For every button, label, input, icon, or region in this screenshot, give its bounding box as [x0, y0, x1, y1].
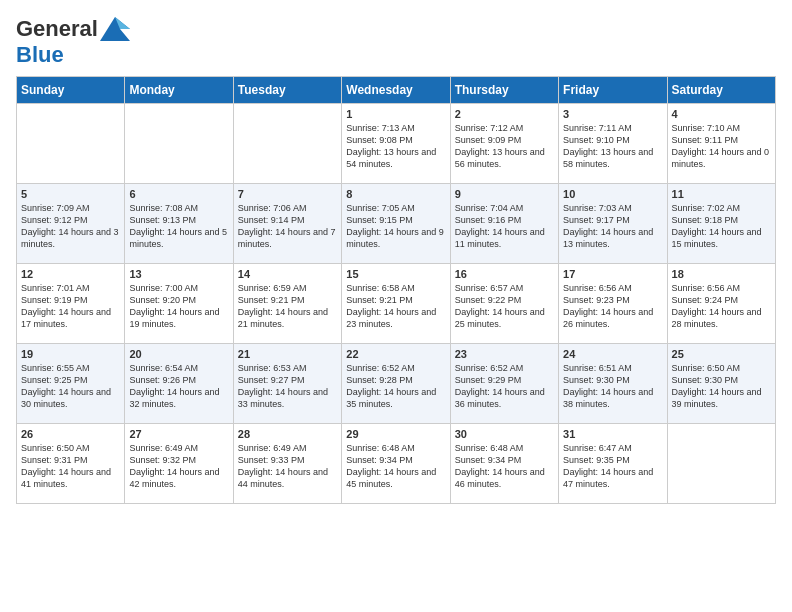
week-row-5: 26Sunrise: 6:50 AMSunset: 9:31 PMDayligh…	[17, 424, 776, 504]
day-cell: 1Sunrise: 7:13 AMSunset: 9:08 PMDaylight…	[342, 104, 450, 184]
day-number: 18	[672, 268, 771, 280]
day-info: Sunrise: 7:04 AMSunset: 9:16 PMDaylight:…	[455, 202, 554, 251]
day-number: 6	[129, 188, 228, 200]
col-header-thursday: Thursday	[450, 77, 558, 104]
logo-text-general: General	[16, 16, 98, 42]
day-cell: 23Sunrise: 6:52 AMSunset: 9:29 PMDayligh…	[450, 344, 558, 424]
day-info: Sunrise: 6:50 AMSunset: 9:31 PMDaylight:…	[21, 442, 120, 491]
day-info: Sunrise: 7:00 AMSunset: 9:20 PMDaylight:…	[129, 282, 228, 331]
day-number: 20	[129, 348, 228, 360]
day-info: Sunrise: 6:54 AMSunset: 9:26 PMDaylight:…	[129, 362, 228, 411]
day-cell: 21Sunrise: 6:53 AMSunset: 9:27 PMDayligh…	[233, 344, 341, 424]
day-cell: 18Sunrise: 6:56 AMSunset: 9:24 PMDayligh…	[667, 264, 775, 344]
day-number: 21	[238, 348, 337, 360]
day-cell: 22Sunrise: 6:52 AMSunset: 9:28 PMDayligh…	[342, 344, 450, 424]
day-info: Sunrise: 7:12 AMSunset: 9:09 PMDaylight:…	[455, 122, 554, 171]
day-cell: 17Sunrise: 6:56 AMSunset: 9:23 PMDayligh…	[559, 264, 667, 344]
day-info: Sunrise: 6:55 AMSunset: 9:25 PMDaylight:…	[21, 362, 120, 411]
day-cell: 8Sunrise: 7:05 AMSunset: 9:15 PMDaylight…	[342, 184, 450, 264]
day-cell: 19Sunrise: 6:55 AMSunset: 9:25 PMDayligh…	[17, 344, 125, 424]
day-cell: 16Sunrise: 6:57 AMSunset: 9:22 PMDayligh…	[450, 264, 558, 344]
day-info: Sunrise: 7:01 AMSunset: 9:19 PMDaylight:…	[21, 282, 120, 331]
day-number: 9	[455, 188, 554, 200]
week-row-1: 1Sunrise: 7:13 AMSunset: 9:08 PMDaylight…	[17, 104, 776, 184]
day-cell	[17, 104, 125, 184]
day-number: 2	[455, 108, 554, 120]
day-cell: 31Sunrise: 6:47 AMSunset: 9:35 PMDayligh…	[559, 424, 667, 504]
day-cell: 7Sunrise: 7:06 AMSunset: 9:14 PMDaylight…	[233, 184, 341, 264]
col-header-monday: Monday	[125, 77, 233, 104]
day-info: Sunrise: 6:48 AMSunset: 9:34 PMDaylight:…	[346, 442, 445, 491]
day-info: Sunrise: 6:50 AMSunset: 9:30 PMDaylight:…	[672, 362, 771, 411]
day-cell	[233, 104, 341, 184]
day-cell: 10Sunrise: 7:03 AMSunset: 9:17 PMDayligh…	[559, 184, 667, 264]
day-info: Sunrise: 6:57 AMSunset: 9:22 PMDaylight:…	[455, 282, 554, 331]
day-cell: 12Sunrise: 7:01 AMSunset: 9:19 PMDayligh…	[17, 264, 125, 344]
day-cell: 14Sunrise: 6:59 AMSunset: 9:21 PMDayligh…	[233, 264, 341, 344]
day-cell: 9Sunrise: 7:04 AMSunset: 9:16 PMDaylight…	[450, 184, 558, 264]
day-number: 5	[21, 188, 120, 200]
day-number: 10	[563, 188, 662, 200]
day-info: Sunrise: 7:10 AMSunset: 9:11 PMDaylight:…	[672, 122, 771, 171]
day-info: Sunrise: 6:48 AMSunset: 9:34 PMDaylight:…	[455, 442, 554, 491]
day-info: Sunrise: 7:03 AMSunset: 9:17 PMDaylight:…	[563, 202, 662, 251]
day-number: 22	[346, 348, 445, 360]
day-number: 7	[238, 188, 337, 200]
day-info: Sunrise: 6:51 AMSunset: 9:30 PMDaylight:…	[563, 362, 662, 411]
day-info: Sunrise: 6:47 AMSunset: 9:35 PMDaylight:…	[563, 442, 662, 491]
header: General Blue	[16, 16, 776, 68]
day-cell	[667, 424, 775, 504]
day-cell: 27Sunrise: 6:49 AMSunset: 9:32 PMDayligh…	[125, 424, 233, 504]
day-cell: 4Sunrise: 7:10 AMSunset: 9:11 PMDaylight…	[667, 104, 775, 184]
logo-text-blue: Blue	[16, 42, 64, 68]
day-number: 8	[346, 188, 445, 200]
calendar-table: SundayMondayTuesdayWednesdayThursdayFrid…	[16, 76, 776, 504]
week-row-4: 19Sunrise: 6:55 AMSunset: 9:25 PMDayligh…	[17, 344, 776, 424]
day-cell: 11Sunrise: 7:02 AMSunset: 9:18 PMDayligh…	[667, 184, 775, 264]
day-number: 16	[455, 268, 554, 280]
day-info: Sunrise: 7:05 AMSunset: 9:15 PMDaylight:…	[346, 202, 445, 251]
day-number: 19	[21, 348, 120, 360]
day-number: 15	[346, 268, 445, 280]
day-cell: 2Sunrise: 7:12 AMSunset: 9:09 PMDaylight…	[450, 104, 558, 184]
logo: General Blue	[16, 16, 130, 68]
day-number: 23	[455, 348, 554, 360]
day-cell: 29Sunrise: 6:48 AMSunset: 9:34 PMDayligh…	[342, 424, 450, 504]
day-cell: 20Sunrise: 6:54 AMSunset: 9:26 PMDayligh…	[125, 344, 233, 424]
day-cell: 26Sunrise: 6:50 AMSunset: 9:31 PMDayligh…	[17, 424, 125, 504]
day-info: Sunrise: 6:56 AMSunset: 9:24 PMDaylight:…	[672, 282, 771, 331]
day-number: 29	[346, 428, 445, 440]
day-number: 3	[563, 108, 662, 120]
day-info: Sunrise: 7:02 AMSunset: 9:18 PMDaylight:…	[672, 202, 771, 251]
day-number: 12	[21, 268, 120, 280]
col-header-sunday: Sunday	[17, 77, 125, 104]
week-row-3: 12Sunrise: 7:01 AMSunset: 9:19 PMDayligh…	[17, 264, 776, 344]
day-info: Sunrise: 6:56 AMSunset: 9:23 PMDaylight:…	[563, 282, 662, 331]
day-cell	[125, 104, 233, 184]
day-number: 25	[672, 348, 771, 360]
day-info: Sunrise: 7:11 AMSunset: 9:10 PMDaylight:…	[563, 122, 662, 171]
day-number: 17	[563, 268, 662, 280]
day-info: Sunrise: 6:52 AMSunset: 9:29 PMDaylight:…	[455, 362, 554, 411]
day-info: Sunrise: 6:49 AMSunset: 9:33 PMDaylight:…	[238, 442, 337, 491]
col-header-saturday: Saturday	[667, 77, 775, 104]
day-number: 11	[672, 188, 771, 200]
day-info: Sunrise: 7:06 AMSunset: 9:14 PMDaylight:…	[238, 202, 337, 251]
day-number: 31	[563, 428, 662, 440]
day-info: Sunrise: 6:58 AMSunset: 9:21 PMDaylight:…	[346, 282, 445, 331]
day-number: 13	[129, 268, 228, 280]
day-cell: 3Sunrise: 7:11 AMSunset: 9:10 PMDaylight…	[559, 104, 667, 184]
day-number: 24	[563, 348, 662, 360]
day-info: Sunrise: 7:13 AMSunset: 9:08 PMDaylight:…	[346, 122, 445, 171]
day-number: 27	[129, 428, 228, 440]
col-header-wednesday: Wednesday	[342, 77, 450, 104]
day-cell: 5Sunrise: 7:09 AMSunset: 9:12 PMDaylight…	[17, 184, 125, 264]
day-cell: 24Sunrise: 6:51 AMSunset: 9:30 PMDayligh…	[559, 344, 667, 424]
day-cell: 6Sunrise: 7:08 AMSunset: 9:13 PMDaylight…	[125, 184, 233, 264]
day-cell: 25Sunrise: 6:50 AMSunset: 9:30 PMDayligh…	[667, 344, 775, 424]
day-cell: 15Sunrise: 6:58 AMSunset: 9:21 PMDayligh…	[342, 264, 450, 344]
day-info: Sunrise: 6:52 AMSunset: 9:28 PMDaylight:…	[346, 362, 445, 411]
day-info: Sunrise: 7:08 AMSunset: 9:13 PMDaylight:…	[129, 202, 228, 251]
day-cell: 28Sunrise: 6:49 AMSunset: 9:33 PMDayligh…	[233, 424, 341, 504]
day-info: Sunrise: 7:09 AMSunset: 9:12 PMDaylight:…	[21, 202, 120, 251]
